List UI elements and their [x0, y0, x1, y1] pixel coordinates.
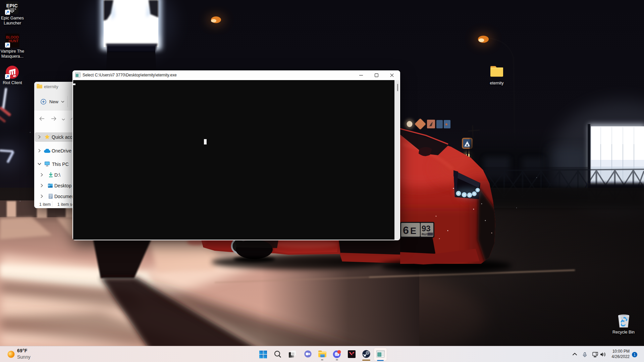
svg-text:E: E: [410, 226, 416, 236]
svg-text:RUS: RUS: [422, 232, 428, 236]
svg-text:93: 93: [422, 224, 431, 233]
svg-text:6: 6: [403, 224, 409, 236]
